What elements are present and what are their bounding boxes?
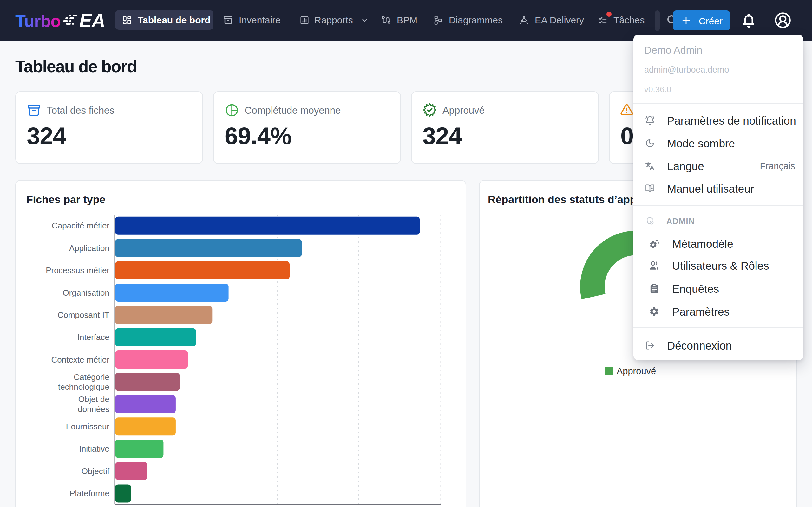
svg-text:Application: Application bbox=[69, 243, 109, 253]
svg-text:Plateforme: Plateforme bbox=[69, 489, 109, 498]
svg-text:Approuvé: Approuvé bbox=[617, 366, 656, 376]
svg-text:Initiative: Initiative bbox=[79, 444, 109, 453]
svg-text:Composant IT: Composant IT bbox=[58, 310, 109, 320]
svg-text:Fournisseur: Fournisseur bbox=[66, 422, 110, 431]
svg-text:données: données bbox=[78, 404, 109, 414]
svg-text:Objectif: Objectif bbox=[82, 466, 110, 476]
svg-text:Objet de: Objet de bbox=[78, 395, 109, 404]
svg-text:Organisation: Organisation bbox=[63, 288, 109, 297]
svg-text:Capacité métier: Capacité métier bbox=[52, 221, 109, 230]
svg-text:Turbo: Turbo bbox=[15, 11, 61, 31]
svg-text:Contexte métier: Contexte métier bbox=[51, 355, 109, 364]
svg-text:technologique: technologique bbox=[58, 382, 109, 392]
svg-text:Interface: Interface bbox=[78, 332, 109, 342]
svg-text:Processus métier: Processus métier bbox=[46, 266, 109, 275]
svg-text:EA: EA bbox=[79, 10, 105, 31]
svg-text:Catégorie: Catégorie bbox=[73, 372, 109, 382]
